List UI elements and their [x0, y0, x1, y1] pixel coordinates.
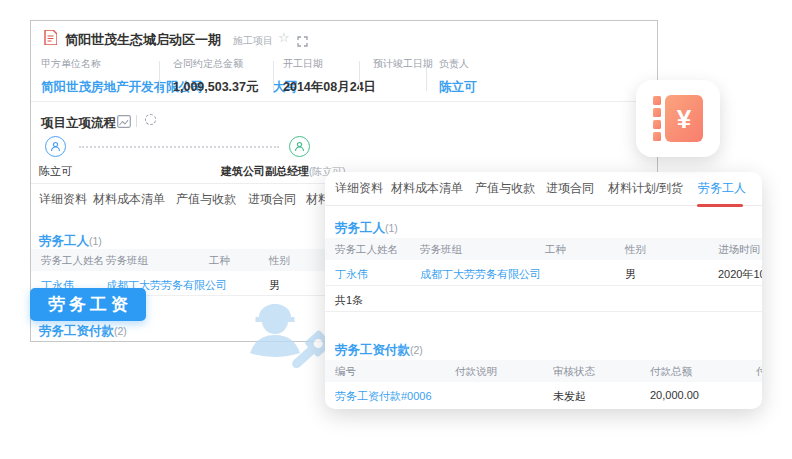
cell-worker-name[interactable]: 丁永伟: [335, 267, 368, 282]
step-initiator-name: 陈立可: [39, 161, 72, 179]
worker-heading-count: (1): [89, 235, 102, 247]
payment-table-row[interactable]: 劳务工资付款#0006 未发起 20,000.00: [325, 382, 762, 408]
cell-gender: 男: [625, 267, 636, 282]
tab-material-cost[interactable]: 材料成本清单: [93, 191, 165, 208]
col-trade: 工种: [545, 243, 566, 257]
fullscreen-icon[interactable]: [297, 33, 308, 51]
cell-labor-team[interactable]: 成都丁大劳劳务有限公司: [420, 267, 541, 282]
field-divider: [426, 61, 427, 91]
tab-detail[interactable]: 详细资料: [39, 191, 87, 208]
payment-section-heading: 劳务工资付款(2): [39, 321, 127, 340]
step-name-text: 建筑公司副总经理: [221, 165, 309, 177]
manager-link[interactable]: 陈立可: [439, 80, 477, 94]
start-date-value: 2014年08月24日: [283, 80, 376, 94]
tab-material-plan[interactable]: 材料计划/到货: [608, 180, 683, 197]
payment-table-header: 编号 付款说明 审核状态 付款总额 付: [325, 360, 762, 382]
labor-wage-badge[interactable]: 劳务工资: [30, 288, 146, 321]
field-start-date: 开工日期 2014年08月24日: [283, 57, 376, 96]
process-connector: [79, 146, 279, 148]
field-label: 预计竣工日期: [373, 57, 433, 71]
refresh-icon[interactable]: [145, 114, 156, 125]
col-entry-date: 进场时间: [718, 243, 760, 257]
project-title: 简阳世茂生态城启动区一期: [65, 31, 221, 49]
step-avatar-initiator[interactable]: [45, 136, 66, 157]
col-labor-team: 劳务班组: [420, 243, 462, 257]
worker-body: [250, 335, 300, 357]
col-number: 编号: [335, 365, 356, 379]
section-divider: [31, 101, 657, 102]
tab-contracts[interactable]: 进项合同: [546, 180, 594, 197]
tab-detail[interactable]: 详细资料: [335, 180, 383, 197]
person-icon: [50, 141, 61, 152]
col-payment-total: 付款总额: [650, 365, 692, 379]
worker-section-heading: 劳务工人(1): [39, 231, 102, 250]
worker-heading-count: (1): [385, 222, 398, 234]
cell-payment-number[interactable]: 劳务工资付款#0006: [335, 389, 432, 404]
row-count-summary: 共1条: [335, 293, 363, 308]
flowchart-icon[interactable]: [117, 114, 131, 132]
person-icon: [294, 141, 305, 152]
document-icon: [44, 30, 57, 49]
process-title: 项目立项流程: [41, 116, 116, 130]
field-divider: [359, 61, 360, 91]
payment-heading-text: 劳务工资付款: [39, 324, 114, 338]
worker-heading-text: 劳务工人: [39, 234, 89, 248]
field-divider: [273, 61, 274, 91]
tab-output-value[interactable]: 产值与收款: [475, 180, 535, 197]
tab-labor-workers[interactable]: 劳务工人: [698, 180, 746, 197]
hard-hat: [256, 304, 295, 322]
field-divider: [159, 61, 160, 91]
wage-ledger-card[interactable]: ¥: [636, 80, 720, 157]
cell-entry-date: 2020年10月: [718, 267, 762, 282]
worker-heading-text: 劳务工人: [335, 221, 385, 235]
field-finish-date: 预计竣工日期: [373, 57, 433, 77]
payment-heading-text: 劳务工资付款: [335, 343, 410, 357]
col-trade: 工种: [209, 254, 230, 268]
tab-contracts[interactable]: 进项合同: [248, 191, 296, 208]
field-label: 合同约定总金额: [173, 57, 298, 71]
col-payment-note: 付款说明: [455, 365, 497, 379]
project-type-tag: 施工项目: [233, 34, 273, 48]
contract-amount-value: 1,009,503.37元: [173, 80, 259, 94]
col-worker-name: 劳务工人姓名: [41, 254, 104, 268]
icon-separator: [136, 115, 137, 127]
step-avatar-approver[interactable]: [289, 136, 310, 157]
tab-material-cost[interactable]: 材料成本清单: [391, 180, 463, 197]
col-clipped: 付: [756, 365, 762, 379]
col-review-status: 审核状态: [553, 365, 595, 379]
field-manager: 负责人 陈立可: [439, 57, 477, 96]
col-labor-team: 劳务班组: [106, 254, 148, 268]
col-gender: 性别: [269, 254, 290, 268]
worker-table-summary-row: 共1条: [325, 286, 762, 312]
cell-review-status: 未发起: [553, 389, 586, 404]
yuan-symbol: ¥: [677, 104, 692, 134]
favorite-star-icon[interactable]: ☆: [278, 30, 290, 45]
worker-detail-panel: 详细资料 材料成本清单 产值与收款 进项合同 材料计划/到货 劳务工人 劳务工人…: [325, 172, 762, 409]
col-worker-name: 劳务工人姓名: [335, 243, 398, 257]
worker-table-header: 劳务工人姓名 劳务班组 工种 性别 进场时间: [325, 238, 762, 260]
field-label: 开工日期: [283, 57, 376, 71]
worker-table-row[interactable]: 丁永伟 成都丁大劳劳务有限公司 男 2020年10月: [325, 260, 762, 286]
payment-heading-count: (2): [410, 344, 423, 356]
field-label: 负责人: [439, 57, 477, 71]
col-gender: 性别: [625, 243, 646, 257]
worker-section-heading: 劳务工人(1): [335, 218, 398, 237]
yuan-ledger-icon: ¥: [652, 94, 704, 144]
payment-section-heading: 劳务工资付款(2): [335, 340, 423, 359]
active-tab-underline: [697, 204, 743, 207]
panel-tab-bar: 详细资料 材料成本清单 产值与收款 进项合同 材料计划/到货 劳务工人: [325, 180, 762, 204]
worker-watermark: [233, 291, 333, 383]
field-contract-amount: 合同约定总金额 1,009,503.37元大写: [173, 57, 298, 96]
tab-output-value[interactable]: 产值与收款: [176, 191, 236, 208]
payment-heading-count: (2): [114, 325, 127, 337]
cell-payment-total: 20,000.00: [650, 389, 699, 401]
project-title-row: 简阳世茂生态城启动区一期 施工项目 ☆: [31, 27, 657, 53]
process-section: 项目立项流程: [41, 113, 116, 132]
step-name-text: 陈立可: [39, 165, 72, 177]
screenshot-stage: 简阳世茂生态城启动区一期 施工项目 ☆ 甲方单位名称 简阳世茂房地产开发有限公司…: [0, 0, 792, 459]
